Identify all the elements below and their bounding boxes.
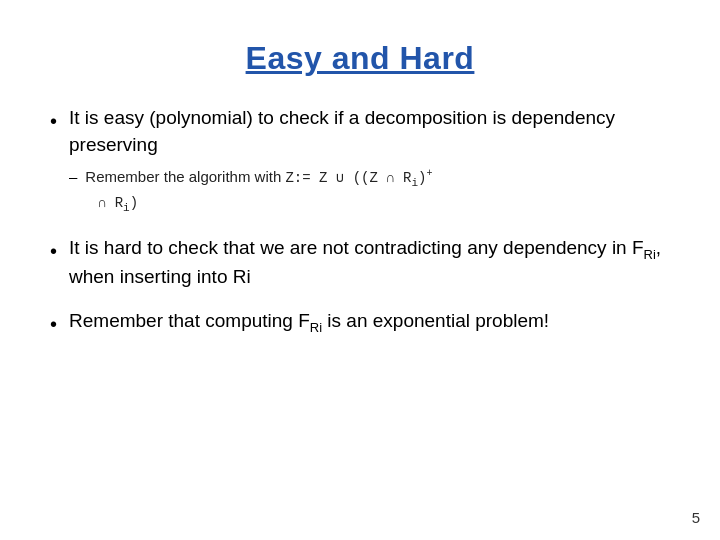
code-z-assign: Z:= Z ∪ ((Z ∩ Ri)+: [285, 170, 432, 186]
bullet-content-3: Remember that computing FRi is an expone…: [69, 308, 549, 337]
page-number: 5: [692, 509, 700, 526]
sub-bullet-dash-1: –: [69, 166, 77, 189]
sub-bullet-item-1: – Remember the algorithm with Z:= Z ∪ ((…: [69, 166, 670, 217]
subscript-ri-2: Ri: [644, 247, 656, 262]
bullet-dot-2: •: [50, 237, 57, 265]
bullet-text-2: It is hard to check that we are not cont…: [69, 237, 661, 287]
bullet-item-3: • Remember that computing FRi is an expo…: [50, 308, 670, 338]
bullet-content-1: It is easy (polynomial) to check if a de…: [69, 105, 670, 217]
slide-title: Easy and Hard: [50, 40, 670, 77]
bullet-text-1: It is easy (polynomial) to check if a de…: [69, 107, 615, 155]
content-area: • It is easy (polynomial) to check if a …: [50, 105, 670, 510]
bullet-item-2: • It is hard to check that we are not co…: [50, 235, 670, 291]
bullet-content-2: It is hard to check that we are not cont…: [69, 235, 670, 291]
sub-bullet-text-1: Remember the algorithm with Z:= Z ∪ ((Z …: [85, 166, 432, 217]
bullet-text-3: Remember that computing FRi is an expone…: [69, 310, 549, 331]
bullet-dot-1: •: [50, 107, 57, 135]
slide-container: Easy and Hard • It is easy (polynomial) …: [0, 0, 720, 540]
subscript-ri-3: Ri: [310, 320, 322, 335]
code-z-assign-2: ∩ Ri): [98, 195, 138, 211]
bullet-item-1: • It is easy (polynomial) to check if a …: [50, 105, 670, 217]
bullet-dot-3: •: [50, 310, 57, 338]
sub-bullet-container-1: – Remember the algorithm with Z:= Z ∪ ((…: [69, 166, 670, 217]
